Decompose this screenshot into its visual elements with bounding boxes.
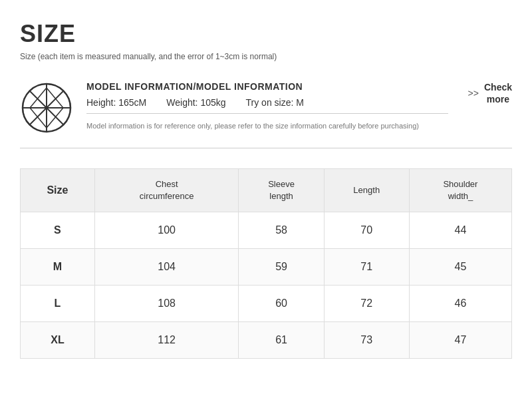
- cell-sleeve: 58: [239, 212, 324, 249]
- cell-chest: 104: [94, 249, 239, 286]
- model-section: MODEL INFORMATION/MODEL INFORMATION Heig…: [20, 81, 512, 148]
- model-height: Height: 165cM: [86, 97, 146, 108]
- cell-length: 71: [324, 249, 409, 286]
- cell-length: 70: [324, 212, 409, 249]
- page-subtitle: Size (each item is measured manually, an…: [20, 52, 512, 61]
- col-header-shoulder: Shoulderwidth_: [409, 169, 511, 212]
- check-more-label[interactable]: Check more: [484, 81, 512, 105]
- cell-sleeve: 61: [239, 322, 324, 359]
- cell-shoulder: 46: [409, 286, 511, 322]
- model-stats: Height: 165cM Weight: 105kg Try on size:…: [86, 97, 448, 114]
- model-note: Model information is for reference only,…: [86, 120, 448, 132]
- size-table-wrapper: Size Chestcircumference Sleevelength Len…: [20, 168, 512, 359]
- cell-size: M: [21, 249, 95, 286]
- col-header-size: Size: [21, 169, 95, 212]
- cell-chest: 112: [94, 322, 239, 359]
- table-row: XL112617347: [21, 322, 512, 359]
- cell-size: L: [21, 286, 95, 322]
- col-header-sleeve: Sleevelength: [239, 169, 324, 212]
- cell-chest: 100: [94, 212, 239, 249]
- table-row: S100587044: [21, 212, 512, 249]
- cell-size: S: [21, 212, 95, 249]
- model-weight: Weight: 105kg: [166, 97, 225, 108]
- check-more-section[interactable]: >> Check more: [468, 81, 512, 105]
- size-table: Size Chestcircumference Sleevelength Len…: [20, 168, 512, 359]
- size-table-body: S100587044M104597145L108607246XL11261734…: [21, 212, 512, 359]
- cell-length: 73: [324, 322, 409, 359]
- page-title: SIZE: [20, 20, 512, 48]
- model-tryonsize: Try on size: M: [246, 97, 304, 108]
- cell-shoulder: 45: [409, 249, 511, 286]
- table-row: M104597145: [21, 249, 512, 286]
- cell-size: XL: [21, 322, 95, 359]
- size-table-header: Size Chestcircumference Sleevelength Len…: [21, 169, 512, 212]
- cell-length: 72: [324, 286, 409, 322]
- cell-sleeve: 59: [239, 249, 324, 286]
- model-info-block: MODEL INFORMATION/MODEL INFORMATION Heig…: [86, 81, 448, 132]
- col-header-chest: Chestcircumference: [94, 169, 239, 212]
- arrow-icon: >>: [468, 88, 479, 99]
- model-title: MODEL INFORMATION/MODEL INFORMATION: [86, 81, 448, 92]
- table-row: L108607246: [21, 286, 512, 322]
- model-logo-icon: [20, 81, 73, 134]
- cell-shoulder: 44: [409, 212, 511, 249]
- cell-sleeve: 60: [239, 286, 324, 322]
- cell-shoulder: 47: [409, 322, 511, 359]
- col-header-length: Length: [324, 169, 409, 212]
- cell-chest: 108: [94, 286, 239, 322]
